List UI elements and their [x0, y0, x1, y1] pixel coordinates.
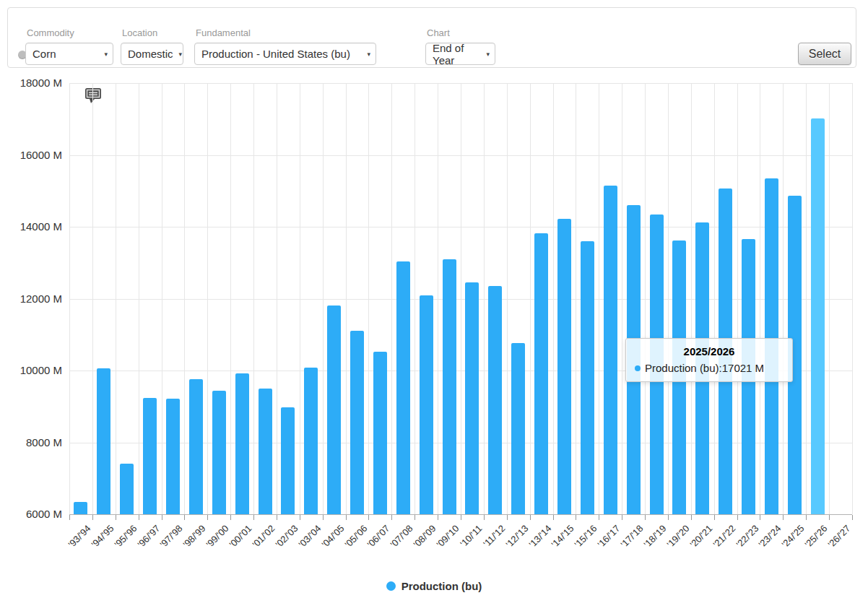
location-select[interactable]: Domestic ▾: [121, 43, 183, 65]
chevron-down-icon: ▾: [104, 51, 108, 58]
x-axis-tick: [368, 515, 369, 520]
bar[interactable]: [534, 233, 548, 514]
bar[interactable]: [120, 464, 134, 514]
x-axis-tick: [277, 515, 277, 520]
y-axis-label: 12000 M: [0, 292, 62, 305]
tooltip-series-label: Production (bu):: [645, 362, 722, 374]
y-axis-label: 14000 M: [0, 220, 62, 233]
y-axis-label: 16000 M: [0, 149, 62, 161]
commodity-select[interactable]: Corn ▾: [25, 43, 113, 65]
commodity-field: Commodity Corn ▾: [25, 27, 113, 65]
gridline-horizontal: [69, 443, 852, 443]
series-dot-icon: [635, 365, 641, 371]
gridline-horizontal: [69, 83, 852, 84]
location-label: Location: [122, 27, 183, 38]
bar[interactable]: [350, 331, 364, 514]
x-axis-tick: [230, 515, 231, 520]
x-axis-tick: [162, 515, 162, 520]
bar[interactable]: [304, 368, 318, 514]
x-axis-tick: [391, 515, 392, 520]
commodity-label: Commodity: [27, 27, 113, 38]
x-axis-tick: [415, 515, 415, 520]
x-axis-tick: [622, 515, 622, 520]
x-axis-tick: [346, 515, 347, 520]
bar[interactable]: [604, 186, 617, 514]
commodity-value: Corn: [32, 48, 56, 60]
bar[interactable]: [557, 219, 571, 514]
x-axis-tick: [645, 515, 646, 520]
bar[interactable]: [74, 502, 87, 514]
bar[interactable]: [189, 379, 203, 514]
fundamental-select[interactable]: Production - United States (bu) ▾: [194, 43, 376, 65]
fundamental-field: Fundamental Production - United States (…: [194, 27, 376, 65]
bar[interactable]: [143, 398, 157, 514]
chevron-down-icon: ▾: [367, 51, 370, 58]
x-axis-tick: [599, 515, 599, 520]
chart-label: Chart: [427, 27, 495, 38]
bar[interactable]: [97, 368, 110, 514]
location-value: Domestic: [128, 48, 173, 60]
location-field: Location Domestic ▾: [121, 27, 183, 65]
legend-label: Production (bu): [402, 580, 482, 592]
filter-toolbar: Commodity Corn ▾ Location Domestic ▾ Fun…: [7, 7, 856, 68]
y-axis-label: 8000 M: [0, 436, 62, 448]
x-axis-tick: [783, 515, 784, 520]
bar[interactable]: [166, 399, 180, 514]
fundamental-value: Production - United States (bu): [201, 48, 350, 60]
bar[interactable]: [235, 373, 249, 514]
legend-item-production[interactable]: Production (bu): [0, 580, 868, 592]
bar[interactable]: [281, 407, 295, 514]
x-axis-tick: [438, 515, 438, 520]
x-axis-tick: [553, 515, 554, 520]
app-window: Commodity Corn ▾ Location Domestic ▾ Fun…: [0, 0, 868, 598]
x-axis-tick: [668, 515, 669, 520]
x-axis-tick: [323, 515, 324, 520]
chart-type-select[interactable]: End of Year ▾: [425, 43, 495, 65]
bar[interactable]: [511, 343, 525, 514]
x-axis-tick: [207, 515, 208, 520]
bar[interactable]: [259, 389, 272, 514]
x-axis-tick: [461, 515, 461, 520]
tooltip-title: 2025/2026: [633, 345, 785, 358]
x-axis-tick: [507, 515, 508, 520]
chart-field: Chart End of Year ▾: [425, 27, 495, 65]
bar-highlighted[interactable]: [811, 118, 825, 514]
tooltip-value: 17021 M: [722, 362, 764, 374]
x-axis-tick: [691, 515, 692, 520]
x-axis-tick: [714, 515, 715, 520]
chevron-down-icon: ▾: [486, 51, 490, 58]
gridline-horizontal: [69, 227, 852, 228]
gridline-horizontal: [69, 299, 852, 300]
x-axis-tick: [92, 515, 93, 520]
x-axis-tick: [253, 515, 254, 520]
x-axis-tick: [116, 515, 116, 520]
production-bar-chart: 6000 M8000 M10000 M12000 M14000 M16000 M…: [0, 72, 868, 598]
x-axis-tick: [484, 515, 485, 520]
y-axis-label: 6000 M: [0, 508, 62, 520]
bar[interactable]: [465, 282, 479, 514]
x-axis-tick: [69, 515, 70, 520]
fundamental-label: Fundamental: [196, 27, 376, 38]
annotation-comment-icon[interactable]: [84, 87, 103, 105]
bar[interactable]: [581, 241, 594, 514]
bar[interactable]: [373, 352, 387, 514]
x-axis-tick: [829, 515, 830, 520]
bar[interactable]: [488, 286, 502, 514]
y-axis-label: 10000 M: [0, 364, 62, 376]
x-axis-tick: [737, 515, 738, 520]
gridline-vertical: [852, 83, 853, 514]
x-axis-tick: [530, 515, 531, 520]
bar[interactable]: [212, 391, 226, 514]
bar[interactable]: [327, 306, 341, 514]
select-button[interactable]: Select: [798, 43, 851, 65]
chevron-down-icon: ▾: [179, 51, 183, 58]
y-axis-label: 18000 M: [0, 77, 62, 89]
x-axis-tick: [300, 515, 300, 520]
bar[interactable]: [443, 259, 456, 514]
bar[interactable]: [396, 261, 410, 514]
x-axis-tick: [184, 515, 185, 520]
bar[interactable]: [420, 295, 433, 514]
gridline-horizontal: [69, 155, 852, 156]
x-axis-tick: [852, 515, 853, 520]
legend-dot-icon: [386, 581, 396, 591]
